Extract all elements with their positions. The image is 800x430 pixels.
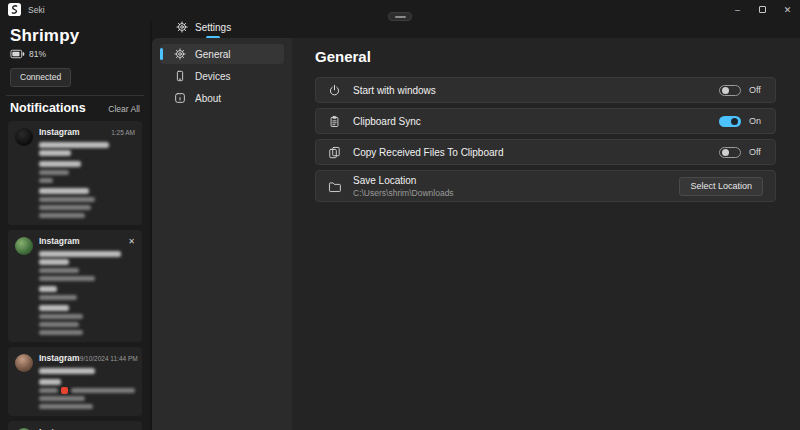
redacted-text-line xyxy=(39,295,77,300)
notification-avatar xyxy=(15,354,33,372)
notification-app-name: Instagram xyxy=(39,127,80,137)
folder-icon xyxy=(328,180,341,193)
redacted-text-line xyxy=(39,161,81,167)
toggle-state-label: Off xyxy=(749,147,763,157)
setting-label: Start with windows xyxy=(353,85,436,96)
redacted-text-line xyxy=(39,188,89,194)
clear-all-button[interactable]: Clear All xyxy=(108,104,140,114)
copy-icon xyxy=(328,146,341,159)
connection-status-badge[interactable]: Connected xyxy=(10,68,71,87)
app-identity: Seki xyxy=(8,3,45,16)
redacted-text-line xyxy=(39,286,57,292)
page-title: General xyxy=(315,48,776,65)
setting-row-save-location[interactable]: Save LocationC:\Users\shrim\DownloadsSel… xyxy=(315,170,776,202)
nav-item-label: Devices xyxy=(195,71,231,82)
notification-card[interactable]: Instagram9/10/2024 11:44 PM xyxy=(8,347,142,416)
nav-item-label: General xyxy=(195,49,231,60)
window-controls: – ✕ xyxy=(725,0,800,19)
redacted-text-line xyxy=(39,178,53,183)
notifications-header: Notifications xyxy=(10,101,86,115)
redacted-text-line xyxy=(39,314,83,319)
toggle-state-label: Off xyxy=(749,85,763,95)
active-nav-indicator xyxy=(160,48,163,60)
maximize-icon xyxy=(759,6,766,13)
redacted-text-line xyxy=(39,388,58,393)
clipboard-icon xyxy=(328,115,341,128)
settings-nav-panel: GeneralDevicesAbout xyxy=(152,38,292,430)
redacted-text-line xyxy=(39,305,69,311)
notification-card[interactable]: Instagram✕ xyxy=(8,230,142,342)
redacted-text-line xyxy=(71,388,135,393)
power-icon xyxy=(328,84,341,97)
minimize-button[interactable]: – xyxy=(725,0,750,19)
redacted-text-line xyxy=(39,150,71,156)
toggle-copy-received-files[interactable] xyxy=(719,147,741,158)
sidebar-item-devices[interactable]: Devices xyxy=(160,66,284,86)
notification-avatar xyxy=(15,237,33,255)
redacted-text-line xyxy=(39,197,95,202)
notification-card[interactable]: Instagram9/10/2024 11:10 PM xyxy=(8,421,142,430)
device-sidebar: Shrimpy 81% Connected Notifications Clea… xyxy=(0,20,150,430)
notification-timestamp: 9/10/2024 11:44 PM xyxy=(80,355,138,362)
redacted-text-line xyxy=(39,276,95,281)
divider xyxy=(6,95,144,96)
info-icon xyxy=(174,92,186,104)
settings-content: General Start with windowsOffClipboard S… xyxy=(292,38,800,430)
redacted-text-line xyxy=(39,322,79,327)
close-button[interactable]: ✕ xyxy=(775,0,800,19)
redacted-text-line xyxy=(39,368,95,374)
nav-item-label: About xyxy=(195,93,221,104)
gear-icon xyxy=(174,48,186,60)
window-title: Seki xyxy=(28,5,45,15)
sidebar-item-general[interactable]: General xyxy=(160,44,284,64)
battery-percent: 81% xyxy=(29,49,46,59)
toggle-start-with-windows[interactable] xyxy=(719,85,741,96)
app-window: Seki – ✕ Shrimpy 81% Connected Notificat… xyxy=(0,0,800,430)
save-location-button[interactable]: Select Location xyxy=(679,177,763,196)
redacted-text-line xyxy=(39,330,83,335)
toggle-clipboard-sync[interactable] xyxy=(719,116,741,127)
phone-icon xyxy=(174,70,186,82)
notification-avatar xyxy=(15,128,33,146)
notification-timestamp: 1:25 AM xyxy=(111,129,135,136)
toggle-state-label: On xyxy=(749,116,763,126)
notification-card[interactable]: Instagram1:25 AM xyxy=(8,121,142,225)
redacted-text-line xyxy=(39,205,91,210)
tab-settings[interactable]: Settings xyxy=(176,21,231,33)
red-emoji xyxy=(61,387,68,394)
setting-sub-label: C:\Users\shrim\Downloads xyxy=(353,188,454,198)
maximize-button[interactable] xyxy=(750,0,775,19)
notification-app-name: Instagram xyxy=(39,236,80,246)
battery-status: 81% xyxy=(10,49,142,59)
setting-label: Save Location xyxy=(353,175,454,186)
gear-icon xyxy=(176,21,188,33)
redacted-text-line xyxy=(39,379,61,385)
setting-row-start-with-windows[interactable]: Start with windowsOff xyxy=(315,77,776,103)
sidebar-item-about[interactable]: About xyxy=(160,88,284,108)
setting-row-clipboard-sync[interactable]: Clipboard SyncOn xyxy=(315,108,776,134)
main-region: Settings GeneralDevicesAbout General Sta… xyxy=(150,20,800,430)
setting-row-copy-received-files[interactable]: Copy Received Files To ClipboardOff xyxy=(315,139,776,165)
redacted-text-line xyxy=(39,170,69,175)
device-name: Shrimpy xyxy=(10,26,142,46)
tab-settings-label: Settings xyxy=(195,22,231,33)
seki-logo-icon xyxy=(8,3,21,16)
battery-icon xyxy=(10,49,25,59)
redacted-text-line xyxy=(39,213,85,218)
redacted-text-line xyxy=(39,142,109,148)
redacted-text-line xyxy=(39,396,85,401)
redacted-text-line xyxy=(39,259,69,265)
notification-list: Instagram1:25 AMInstagram✕Instagram9/10/… xyxy=(8,121,142,430)
redacted-text-line xyxy=(39,251,121,257)
redacted-text-line xyxy=(39,404,93,409)
setting-label: Copy Received Files To Clipboard xyxy=(353,147,503,158)
setting-label: Clipboard Sync xyxy=(353,116,421,127)
close-icon[interactable]: ✕ xyxy=(128,238,135,246)
redacted-text-line xyxy=(39,268,79,273)
notification-app-name: Instagram xyxy=(39,353,80,363)
titlebar: Seki – ✕ xyxy=(0,0,800,20)
